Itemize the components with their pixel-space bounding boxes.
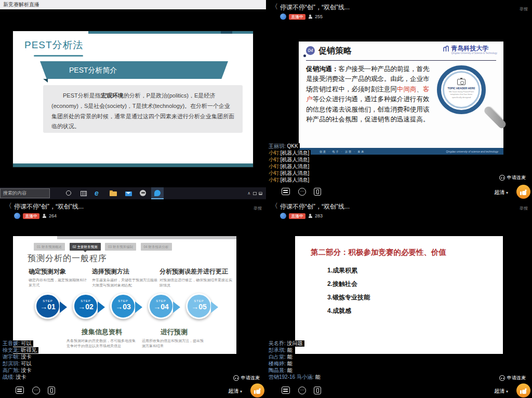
like-button[interactable] (250, 383, 264, 397)
contest-benefit-item: 3.锻炼专业技能 (327, 293, 370, 302)
quality-selector[interactable]: 超清 ▾ (494, 189, 508, 196)
like-button[interactable] (516, 383, 530, 397)
chat-message[interactable]: 吴名乔: 没问题 (267, 340, 304, 347)
back-button[interactable]: 〈 (5, 202, 12, 210)
danmaku-toggle-icon[interactable] (282, 188, 290, 195)
back-button[interactable]: 〈 (271, 202, 278, 210)
dingtalk-contact-icon[interactable] (140, 190, 146, 196)
red-packet-icon[interactable] (314, 188, 321, 196)
taskbar-search-input[interactable]: 搜索的内容 (0, 188, 50, 198)
chat-message[interactable]: 楼梅婷: 能 (267, 361, 294, 367)
chat-sender: 彭承琪: (269, 347, 286, 353)
column-title: 进行预测 (138, 327, 210, 337)
request-mic-label: 申请连麦 (241, 375, 260, 381)
chat-message[interactable]: 徐文龙: 听得见 (1, 347, 38, 353)
volume-icon[interactable] (259, 192, 262, 195)
chat-message[interactable]: 小钉:[机器人消息] (267, 150, 311, 156)
caret-down-icon: ▾ (506, 389, 508, 394)
column-subtext: 并非越复杂越好，关键在于预测方法能最大限度与预测对象相匹配 (92, 278, 157, 288)
active-app-icon[interactable] (151, 187, 164, 199)
chat-overlay: 王丽玥: QKK 小钉:[机器人消息] 小钉:[机器人消息] 小钉:[机器人消息… (267, 143, 311, 184)
chat-text: [机器人消息] (281, 177, 310, 183)
chat-text: QKK (286, 143, 298, 149)
step-number: →03 (112, 303, 135, 311)
chat-bubble-icon[interactable]: ⋯ (298, 387, 306, 394)
tray-chevron-icon[interactable]: ∧ (247, 191, 251, 196)
red-packet-icon[interactable] (314, 387, 321, 394)
step-arrows: STEP →01 STEP →02 STEP →03 STEP (13, 291, 236, 324)
chat-message[interactable]: 小钉:[机器人消息] (267, 170, 311, 176)
promo-slide-title: 促销策略 (318, 46, 352, 57)
chat-text: 能 (286, 347, 292, 353)
chat-text: [机器人消息] (281, 170, 310, 176)
caret-down-icon: ▾ (506, 190, 508, 195)
slide-forecast: 01 财务预测概述 02 主要财务预测 03 财务预算编制 04 财务报表分析 … (13, 236, 236, 354)
step-circle: STEP →02 (73, 293, 99, 319)
like-button[interactable] (516, 185, 530, 199)
cortana-icon[interactable] (66, 190, 71, 196)
edge-browser-icon[interactable]: e (95, 189, 99, 197)
column-title: 选择预测方法 (92, 267, 157, 276)
chat-message[interactable]: 彭承琪: 能 (267, 347, 294, 353)
thumbs-up-icon (520, 189, 527, 195)
chat-message[interactable]: 王丽玥: QKK (267, 143, 300, 149)
viewers-icon (308, 15, 312, 19)
chat-text: 能 (314, 374, 321, 380)
report-link[interactable]: 举报 (520, 6, 528, 12)
danmaku-toggle-icon[interactable] (282, 387, 290, 394)
quality-selector[interactable]: 超清 ▾ (228, 388, 242, 395)
step-number: →04 (150, 303, 172, 311)
request-mic-button[interactable]: 申请连麦 (499, 375, 526, 381)
back-button[interactable]: 〈 (271, 3, 278, 10)
network-icon[interactable] (253, 192, 257, 195)
request-mic-button[interactable]: 申请连麦 (233, 375, 260, 381)
quadrant-stream-promo: 〈 停课不停“创”，“双创”线... 举报 直播中 255 04 促销策略 青岛… (266, 0, 532, 199)
report-link[interactable]: 举报 (520, 205, 528, 211)
chat-message[interactable]: 高广旭: 没卡 (1, 367, 33, 374)
red-packet-icon[interactable] (48, 387, 55, 394)
step-circle: STEP →01 (35, 293, 61, 319)
chat-message[interactable]: 白占堂: 能 (267, 354, 294, 360)
chat-sender: 王音媛: (3, 340, 20, 346)
contest-benefit-item: 4.成就感 (327, 307, 370, 315)
mail-icon[interactable] (125, 191, 132, 196)
host-avatar (14, 213, 20, 219)
chat-message[interactable]: 小钉:[机器人消息] (267, 157, 311, 163)
chat-message[interactable]: 陶晶晨: 能 (267, 367, 294, 374)
file-explorer-icon[interactable] (110, 191, 117, 196)
step-number: →01 (36, 303, 59, 311)
pest-body-panel: PEST分析是指宏观环境的分析，P是政治(politics)，E是经济(econ… (43, 85, 243, 133)
university-logo-icon (442, 45, 450, 53)
chat-message[interactable]: 谢宇朝: 没卡 (1, 354, 33, 360)
process-column: 搜集信息资料 具备预测对象的历史数据，尽可能多地搜集竞争对手的信息以及市场相关信… (62, 327, 141, 349)
column-title: 确定预测对象 (29, 267, 87, 276)
caret-down-icon: ▾ (240, 389, 242, 394)
host-avatar (280, 213, 286, 219)
chat-message[interactable]: 王音媛: 可以 (1, 340, 33, 347)
step-circle: STEP →05 (186, 293, 212, 319)
viewer-count: 264 (49, 213, 57, 218)
chat-sender: 小钉: (269, 157, 281, 162)
slide-tab: 03 财务预算编制 (105, 243, 136, 251)
column-subtext: 运用所收集的信息和预测方法，提出预测方案和结果 (138, 338, 210, 349)
chat-message[interactable]: 营销192-16 马小涵: 能 (267, 374, 322, 380)
chat-text: 没卡 (15, 374, 26, 380)
slide-tab: 01 财务预测概述 (34, 243, 65, 251)
chat-bubble-icon[interactable]: ⋯ (298, 188, 306, 196)
quality-selector[interactable]: 超清 ▾ (494, 388, 508, 395)
stream-subheader: 直播中 264 (14, 212, 57, 219)
request-mic-button[interactable]: 申请连麦 (499, 174, 526, 181)
chat-message[interactable]: 战绩: 没卡 (1, 374, 28, 380)
chat-sender: 战绩: (3, 374, 15, 380)
chat-text: 可以 (20, 340, 32, 346)
chat-message[interactable]: 彭滨玥: 可以 (1, 361, 33, 367)
report-link[interactable]: 举报 (254, 205, 262, 211)
chat-message[interactable]: 小钉:[机器人消息] (267, 163, 311, 170)
danmaku-toggle-icon[interactable] (16, 387, 24, 394)
task-view-icon[interactable] (81, 191, 87, 196)
chat-bubble-icon[interactable]: ⋯ (32, 387, 40, 394)
chat-message[interactable]: 小钉:[机器人消息] (267, 177, 311, 183)
slide-top-stripe (57, 236, 236, 239)
column-title: 搜集信息资料 (62, 327, 141, 337)
title-underline (34, 55, 83, 57)
